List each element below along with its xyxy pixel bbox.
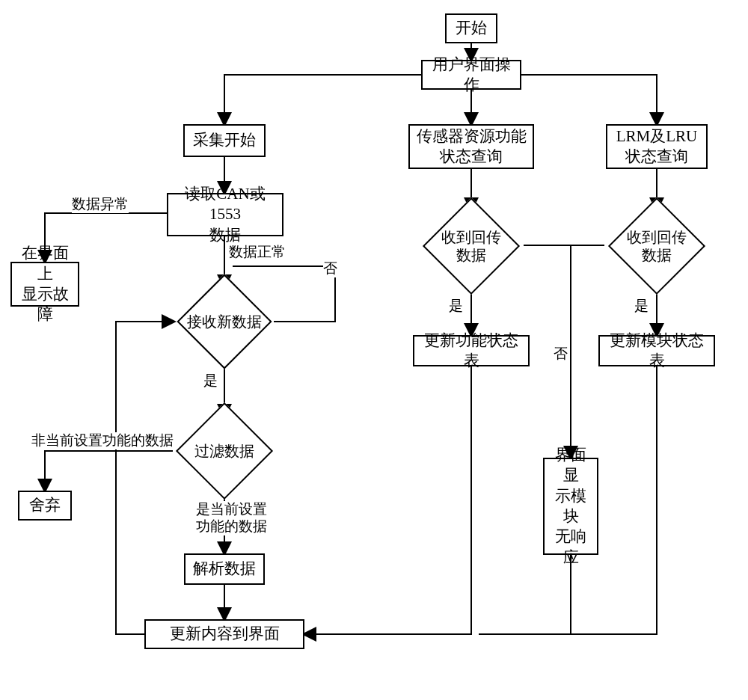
recv-return2-decision: 收到回传数据 — [606, 211, 708, 281]
read-can-label: 读取CAN或1553 数据 — [174, 184, 276, 245]
recv-return2-label: 收到回传数据 — [627, 228, 687, 264]
display-fault-label: 在界面上 显示故障 — [18, 243, 72, 325]
filter-data-decision: 过滤数据 — [174, 416, 275, 486]
no-resp-label: 界面显 示模块 无响应 — [551, 445, 591, 568]
sensor-query-label: 传感器资源功能 状态查询 — [417, 126, 527, 168]
update-ui-label: 更新内容到界面 — [170, 624, 280, 644]
parse-data-node: 解析数据 — [184, 553, 265, 585]
read-can-1553-node: 读取CAN或1553 数据 — [167, 193, 283, 236]
display-fault-node: 在界面上 显示故障 — [10, 262, 79, 307]
module-no-response-node: 界面显 示模块 无响应 — [543, 458, 598, 555]
filter-data-label: 过滤数据 — [194, 442, 254, 460]
recv-new-data-decision: 接收新数据 — [175, 287, 274, 356]
upd-mod-label: 更新模块状态表 — [606, 331, 708, 372]
update-module-table-node: 更新模块状态表 — [598, 335, 715, 366]
collect-start-label: 采集开始 — [193, 130, 256, 150]
label-yes-3: 是 — [634, 298, 649, 315]
upd-func-label: 更新功能状态表 — [420, 331, 522, 372]
flowchart-container: 开始 用户界面操作 采集开始 传感器资源功能 状态查询 LRM及LRU 状态查询… — [0, 0, 748, 700]
label-data-abnormal: 数据异常 — [72, 196, 129, 213]
label-yes-2: 是 — [449, 298, 463, 315]
start-label: 开始 — [456, 18, 487, 38]
update-func-table-node: 更新功能状态表 — [413, 335, 530, 366]
label-data-normal: 数据正常 — [229, 244, 286, 261]
start-node: 开始 — [445, 13, 497, 43]
collect-start-node: 采集开始 — [183, 124, 266, 157]
parse-data-label: 解析数据 — [193, 559, 256, 579]
label-is-current: 是当前设置 功能的数据 — [196, 501, 267, 535]
label-no-1: 否 — [323, 260, 337, 277]
recv-return1-decision: 收到回传数据 — [420, 211, 522, 281]
label-no-2: 否 — [554, 346, 568, 363]
sensor-query-node: 传感器资源功能 状态查询 — [408, 124, 534, 169]
label-yes-1: 是 — [203, 372, 218, 390]
recv-new-data-label: 接收新数据 — [187, 313, 262, 331]
update-ui-node: 更新内容到界面 — [144, 619, 304, 649]
discard-node: 舍弃 — [18, 491, 72, 521]
lrm-lru-query-node: LRM及LRU 状态查询 — [606, 124, 708, 169]
ui-ops-label: 用户界面操作 — [429, 55, 514, 96]
user-interface-ops-node: 用户界面操作 — [421, 60, 521, 90]
lrm-lru-label: LRM及LRU 状态查询 — [616, 126, 698, 168]
label-not-current: 非当前设置功能的数据 — [31, 432, 174, 449]
discard-label: 舍弃 — [29, 495, 61, 515]
recv-return1-label: 收到回传数据 — [441, 228, 501, 264]
